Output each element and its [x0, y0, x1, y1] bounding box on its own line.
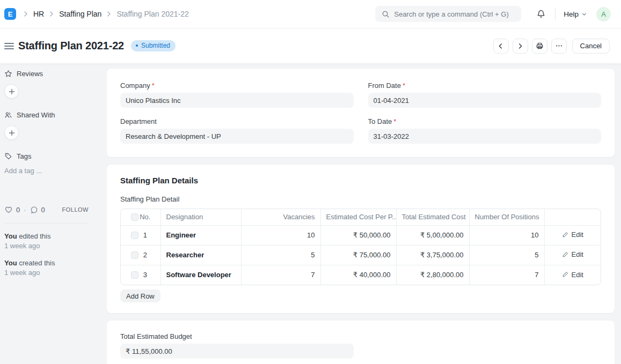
like-count: 0	[16, 206, 20, 214]
chevron-left-icon	[497, 42, 505, 50]
positions-cell[interactable]: 7	[469, 265, 544, 285]
activity-when: 1 week ago	[4, 269, 89, 277]
logo-letter: E	[8, 10, 13, 18]
menu-icon[interactable]	[4, 42, 14, 50]
required-mark: *	[403, 81, 405, 90]
table-header-row: No. Designation Vacancies Estimated Cost…	[121, 209, 601, 225]
main-content: Company* From Date* Department To Date*	[107, 63, 621, 364]
status-dot	[136, 44, 138, 47]
designation-cell[interactable]: Researcher	[160, 245, 241, 265]
edit-row-button[interactable]: Edit	[562, 271, 583, 279]
company-field[interactable]	[120, 93, 354, 108]
pencil-icon	[562, 251, 568, 258]
sidebar-tags-heading: Tags	[4, 152, 89, 160]
previous-document-button[interactable]	[493, 39, 509, 54]
page-head: Staffing Plan 2021-22 Submitted Cancel	[0, 28, 621, 63]
required-mark: *	[393, 117, 396, 125]
printer-icon	[536, 42, 544, 50]
share-button[interactable]	[4, 125, 19, 140]
table-row: 2 Researcher 5 ₹ 75,000.00 ₹ 3,75,000.00…	[121, 245, 601, 265]
designation-cell[interactable]: Software Developer	[160, 265, 241, 285]
cancel-button[interactable]: Cancel	[572, 39, 610, 54]
status-label: Submitted	[141, 42, 170, 49]
edit-row-button[interactable]: Edit	[562, 250, 583, 258]
designation-cell[interactable]: Engineer	[160, 225, 241, 245]
to-date-field[interactable]	[368, 129, 602, 144]
breadcrumb-item-staffing-plan[interactable]: Staffing Plan	[57, 10, 104, 18]
positions-cell[interactable]: 5	[469, 245, 544, 265]
from-date-field[interactable]	[368, 93, 602, 108]
chevron-right-icon	[21, 10, 30, 18]
add-review-button[interactable]	[4, 84, 19, 99]
total-estimated-cost-cell[interactable]: ₹ 3,75,000.00	[396, 245, 469, 265]
vacancies-cell[interactable]: 7	[241, 265, 320, 285]
activity-action: created this	[19, 259, 55, 267]
users-icon	[4, 111, 12, 119]
total-estimated-cost-cell[interactable]: ₹ 5,00,000.00	[396, 225, 469, 245]
activity-when: 1 week ago	[4, 242, 89, 250]
print-button[interactable]	[532, 39, 547, 54]
department-field[interactable]	[120, 129, 354, 144]
row-checkbox[interactable]	[131, 232, 138, 239]
vacancies-cell[interactable]: 10	[241, 225, 320, 245]
reviews-label: Reviews	[17, 70, 43, 78]
row-checkbox[interactable]	[131, 251, 138, 259]
to-date-label: To Date*	[368, 117, 602, 125]
edit-row-button[interactable]: Edit	[562, 231, 583, 239]
navbar: E HR Staffing Plan Staffing Plan 2021-22…	[0, 0, 621, 28]
bell-icon	[536, 9, 546, 19]
table-row: 3 Software Developer 7 ₹ 40,000.00 ₹ 2,8…	[121, 265, 601, 285]
more-options-button[interactable]	[551, 39, 567, 54]
ellipsis-icon	[555, 42, 563, 50]
chevron-right-icon	[516, 42, 524, 50]
col-actions	[544, 209, 601, 225]
row-number: 1	[138, 231, 155, 239]
vacancies-cell[interactable]: 5	[241, 245, 320, 265]
add-tag-input[interactable]: Add a tag ...	[4, 167, 89, 175]
activity-created: You created this 1 week ago	[4, 259, 89, 278]
breadcrumb: HR Staffing Plan Staffing Plan 2021-22	[21, 10, 191, 18]
search-field[interactable]	[394, 10, 515, 18]
comment-icon[interactable]	[30, 206, 38, 214]
staffing-plan-detail-table: No. Designation Vacancies Estimated Cost…	[120, 209, 601, 285]
avatar-letter: A	[601, 10, 606, 18]
app-logo[interactable]: E	[4, 8, 16, 20]
follow-button[interactable]: FOLLOW	[62, 206, 89, 213]
col-number-of-positions: Number Of Positions	[469, 209, 544, 225]
search-icon	[382, 10, 390, 18]
breadcrumb-item-hr[interactable]: HR	[31, 10, 46, 18]
page-title: Staffing Plan 2021-22	[18, 40, 124, 52]
page-actions: Cancel	[493, 39, 610, 54]
total-estimated-cost-cell[interactable]: ₹ 2,80,000.00	[396, 265, 469, 285]
social-row: 0 · 0 FOLLOW	[4, 205, 89, 214]
estimated-cost-cell[interactable]: ₹ 75,000.00	[320, 245, 396, 265]
field-from-date: From Date*	[368, 81, 602, 108]
search-input[interactable]	[375, 6, 521, 22]
select-all-checkbox[interactable]	[131, 213, 138, 221]
count-separator: ·	[24, 206, 26, 214]
estimated-cost-cell[interactable]: ₹ 40,000.00	[320, 265, 396, 285]
total-estimated-budget-field[interactable]	[120, 344, 354, 359]
field-company: Company*	[120, 81, 354, 108]
activity-edited: You edited this 1 week ago	[4, 232, 89, 251]
page-body: Reviews Shared With Tags Add a tag ... 0…	[0, 63, 621, 364]
help-menu[interactable]: Help	[564, 10, 588, 18]
row-checkbox[interactable]	[131, 271, 138, 279]
sidebar-reviews-heading: Reviews	[4, 70, 89, 78]
avatar[interactable]: A	[596, 7, 611, 21]
positions-cell[interactable]: 10	[469, 225, 544, 245]
heart-icon[interactable]	[4, 205, 13, 214]
from-date-label: From Date*	[368, 81, 602, 90]
sidebar-divider	[4, 223, 89, 224]
field-department: Department	[120, 117, 354, 144]
notifications-button[interactable]	[535, 8, 547, 20]
star-icon	[4, 70, 12, 78]
estimated-cost-cell[interactable]: ₹ 50,000.00	[320, 225, 396, 245]
comment-count: 0	[41, 206, 45, 214]
row-number: 2	[138, 251, 155, 259]
field-total-estimated-budget: Total Estimated Budget	[120, 332, 354, 359]
table-label: Staffing Plan Detail	[120, 195, 601, 203]
col-estimated-cost: Estimated Cost Per P...	[320, 209, 396, 225]
add-row-button[interactable]: Add Row	[120, 289, 160, 302]
next-document-button[interactable]	[513, 39, 528, 54]
